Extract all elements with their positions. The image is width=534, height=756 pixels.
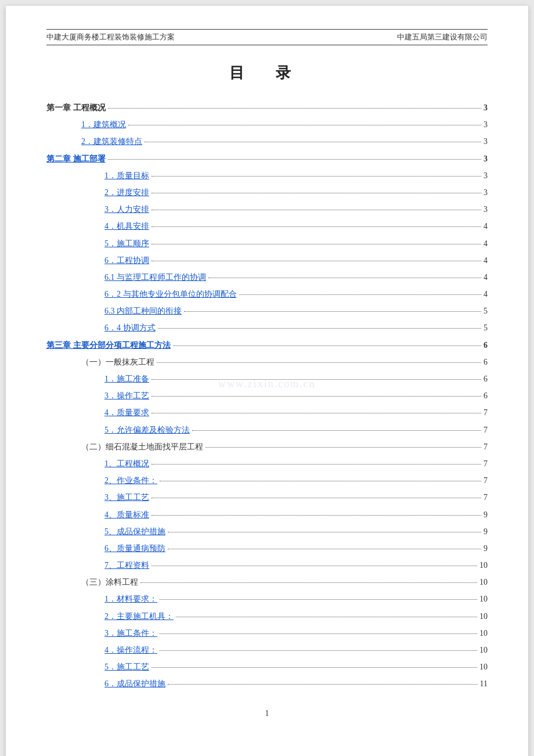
toc-page-number: 3 <box>484 185 488 200</box>
toc-label[interactable]: 2．建筑装修特点 <box>81 134 142 149</box>
toc-label[interactable]: 5、成品保护措施 <box>104 524 165 539</box>
toc-page-number: 10 <box>479 643 488 657</box>
toc-dots <box>239 294 482 295</box>
toc-label: （二）细石混凝土地面找平层工程 <box>81 440 203 454</box>
toc-item[interactable]: 1、工程概况7 <box>46 456 488 471</box>
toc-item[interactable]: 1．建筑概况3 <box>46 117 488 132</box>
toc-page-number: 7 <box>484 405 488 420</box>
toc-dots <box>208 278 481 278</box>
toc-item[interactable]: 1．质量目标3 <box>46 168 488 183</box>
toc-label[interactable]: 第三章 主要分部分项工程施工方法 <box>46 338 171 352</box>
toc-item[interactable]: 4．质量要求7 <box>46 405 488 420</box>
toc-dots <box>151 193 481 193</box>
toc-item[interactable]: 第三章 主要分部分项工程施工方法6 <box>46 338 488 352</box>
toc-page-number: 11 <box>480 676 488 691</box>
toc-label[interactable]: 1、工程概况 <box>104 456 149 471</box>
toc-item: （三）涂料工程10 <box>46 575 488 589</box>
toc-label[interactable]: 4．机具安排 <box>104 219 149 233</box>
toc-dots <box>168 532 481 532</box>
toc-label[interactable]: 1．施工准备 <box>104 372 149 386</box>
toc-item[interactable]: 4、质量标准9 <box>46 507 488 522</box>
toc-item[interactable]: 5、成品保护措施9 <box>46 524 488 539</box>
toc-dots <box>160 599 477 600</box>
toc-label[interactable]: 1．材料要求： <box>104 592 157 606</box>
toc-label[interactable]: 4．操作流程： <box>104 643 157 657</box>
toc-page-number: 3 <box>484 117 488 132</box>
toc-page-number: 10 <box>479 609 488 624</box>
toc-page-number: 3 <box>484 202 488 217</box>
toc-item[interactable]: 6．工程协调4 <box>46 253 488 268</box>
toc-item[interactable]: 6．2 与其他专业分包单位的协调配合4 <box>46 287 488 301</box>
toc-item[interactable]: 6．成品保护措施11 <box>46 676 488 691</box>
toc-item[interactable]: 1．材料要求：10 <box>46 592 488 606</box>
toc-page-number: 7 <box>484 456 488 471</box>
toc-item[interactable]: 5．施工顺序4 <box>46 236 488 251</box>
toc-item[interactable]: 6、质量通病预防9 <box>46 541 488 556</box>
toc-item[interactable]: 5．施工工艺10 <box>46 660 488 674</box>
toc-label[interactable]: 1．质量目标 <box>104 168 149 183</box>
toc-item[interactable]: 3．人力安排3 <box>46 202 488 217</box>
toc-label[interactable]: 3．操作工艺 <box>104 388 149 403</box>
toc-item[interactable]: 4．机具安排4 <box>46 219 488 233</box>
toc-page-number: 3 <box>484 134 488 149</box>
toc-label[interactable]: 6．2 与其他专业分包单位的协调配合 <box>104 287 237 301</box>
toc-dots <box>205 447 481 448</box>
toc-item[interactable]: 3．施工条件：10 <box>46 626 488 640</box>
toc-label[interactable]: 1．建筑概况 <box>81 117 126 132</box>
toc-item[interactable]: 2、作业条件：7 <box>46 473 488 488</box>
toc-label[interactable]: 5．施工顺序 <box>104 236 149 251</box>
toc-item[interactable]: 第二章 施工部署3 <box>46 152 488 166</box>
toc-label[interactable]: 3．人力安排 <box>104 202 149 217</box>
toc-label[interactable]: 5．允许偏差及检验方法 <box>104 423 190 437</box>
toc-page-number: 6 <box>484 338 488 352</box>
toc-label[interactable]: 6.3 内部工种间的衔接 <box>104 304 182 318</box>
toc-label[interactable]: 6．4 协调方式 <box>104 321 156 335</box>
toc-page-number: 9 <box>484 541 488 556</box>
document-page: 中建大厦商务楼工程装饰装修施工方案 中建五局第三建设有限公司 目 录 第一章 工… <box>6 6 528 756</box>
toc-label[interactable]: 4、质量标准 <box>104 507 149 522</box>
toc-item[interactable]: 3．操作工艺6 <box>46 388 488 403</box>
toc-page-number: 3 <box>484 152 488 166</box>
toc-item[interactable]: 6．4 协调方式5 <box>46 321 488 335</box>
toc-dots <box>160 633 477 634</box>
footer-page-number: 1 <box>46 709 488 718</box>
toc-dots <box>151 413 481 413</box>
toc-item[interactable]: 4．操作流程：10 <box>46 643 488 657</box>
toc-dots <box>160 481 481 481</box>
toc-page-number: 5 <box>484 321 488 335</box>
toc-item[interactable]: 1．施工准备6 <box>46 372 488 386</box>
toc-label[interactable]: 5．施工工艺 <box>104 660 149 674</box>
toc-page-number: 10 <box>479 558 488 573</box>
toc-item[interactable]: 6.1 与监理工程师工作的协调4 <box>46 270 488 285</box>
toc-page-number: 4 <box>484 253 488 268</box>
toc-item[interactable]: 2．建筑装修特点3 <box>46 134 488 149</box>
toc-label[interactable]: 2、作业条件： <box>104 473 157 488</box>
toc-item[interactable]: 7、工程资料10 <box>46 558 488 573</box>
toc-page-number: 6 <box>484 372 488 386</box>
toc-label[interactable]: 6．成品保护措施 <box>104 676 165 691</box>
toc-label[interactable]: 3．施工条件： <box>104 626 157 640</box>
toc-dots <box>173 345 482 346</box>
toc-label[interactable]: 第二章 施工部署 <box>46 152 106 166</box>
toc-dots <box>192 430 481 431</box>
toc-dots <box>151 667 477 668</box>
toc-label[interactable]: 6.1 与监理工程师工作的协调 <box>104 270 206 285</box>
toc-label[interactable]: 6．工程协调 <box>104 253 149 268</box>
toc-label[interactable]: 3、施工工艺 <box>104 490 149 505</box>
toc-item[interactable]: 6.3 内部工种间的衔接5 <box>46 304 488 318</box>
toc-dots <box>151 515 481 516</box>
toc-item[interactable]: 5．允许偏差及检验方法7 <box>46 423 488 437</box>
toc-dots <box>151 261 481 261</box>
toc-label[interactable]: 7、工程资料 <box>104 558 149 573</box>
toc-dots <box>151 176 481 177</box>
toc-label[interactable]: 2．主要施工机具： <box>104 609 174 624</box>
toc-item[interactable]: 2．进度安排3 <box>46 185 488 200</box>
toc-label[interactable]: 6、质量通病预防 <box>104 541 165 556</box>
toc-dots <box>160 650 477 651</box>
toc-item[interactable]: 2．主要施工机具：10 <box>46 609 488 624</box>
toc-label[interactable]: 2．进度安排 <box>104 185 149 200</box>
toc-label[interactable]: 4．质量要求 <box>104 405 149 420</box>
toc-page-number: 10 <box>479 592 488 606</box>
toc-page-number: 7 <box>484 490 488 505</box>
toc-item[interactable]: 3、施工工艺7 <box>46 490 488 505</box>
